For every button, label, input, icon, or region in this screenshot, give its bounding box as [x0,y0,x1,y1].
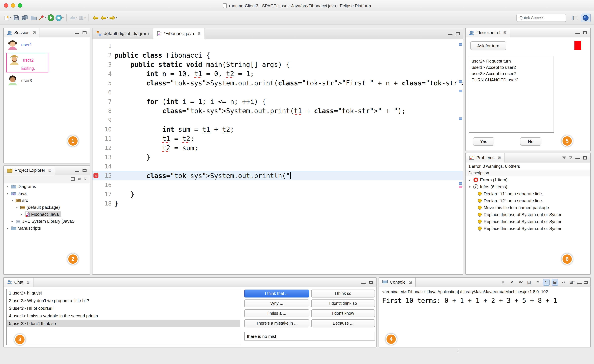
chat-message[interactable]: 1 user2> hi guys! [7,289,240,297]
tree-item-manuscripts[interactable]: ▸ Manuscripts [4,225,90,232]
remove-all-launches-icon[interactable]: ×× [517,279,524,286]
session-view-tab[interactable]: Session ⊠ [4,28,40,37]
code-line[interactable]: 14 [93,162,463,171]
tree-item-diagrams[interactable]: ▸ Diagrams [4,183,90,190]
back-button[interactable]: ▾ [100,13,108,22]
console-output[interactable]: First 10 terms: 0 + 1 + 1 + 2 + 3 + 5 + … [379,294,590,305]
code-line[interactable]: 12 t2 = sum; [93,143,463,153]
clear-console-icon[interactable]: ▤ [526,279,532,286]
overview-marker[interactable] [459,182,462,185]
chat-message-selected[interactable]: 5 user2> I dont't think so [7,320,240,327]
filter-icon[interactable] [562,156,566,159]
new-wizard-button[interactable]: ▾ [4,13,12,22]
chat-message[interactable]: 2 user2> Why don't we progam a little bi… [7,297,240,305]
code-line[interactable]: 6 [93,88,463,97]
code-line-current[interactable]: ✕ 15 class="tok-sys">System.out.println(… [93,171,463,180]
maximize-view-icon[interactable] [82,31,87,34]
problem-item[interactable]: Replace this use of System.out or Syster [466,218,590,225]
quick-reply-i-dont-think-so[interactable]: I dont't think so [311,299,375,307]
problem-item[interactable]: Declare "t1" on a separate line. [466,190,590,197]
annotate-brush-button[interactable]: ▾ [38,13,46,22]
maximize-view-icon[interactable] [583,31,587,34]
quick-access-input[interactable] [516,14,566,22]
chat-message-list[interactable]: 1 user2> hi guys! 2 user2> Why don't we … [6,289,240,345]
code-line[interactable]: 13 } [93,153,463,162]
problems-view-tab[interactable]: Problems ⊠ [466,153,505,162]
infos-group-row[interactable]: ▾ i Infos (6 items) [466,183,590,190]
overview-marker[interactable] [459,43,462,46]
splitter-handle[interactable]: ⋮ [455,348,461,354]
minimize-view-icon[interactable] [577,281,582,284]
description-column-header[interactable]: Description [466,170,590,176]
quick-reply-because[interactable]: Because ... [311,319,375,327]
problem-item[interactable]: Declare "t2" on a separate line. [466,197,590,204]
link-with-editor-icon[interactable]: ⇄ [78,177,81,181]
close-view-icon[interactable]: ⊠ [503,30,507,35]
quick-reply-i-dont-know[interactable]: I don't know [311,309,375,317]
close-view-icon[interactable]: ⊠ [26,280,30,284]
code-line[interactable]: 18} [93,199,463,208]
open-console-icon[interactable]: ⊞▾ [569,279,575,286]
code-line[interactable]: 2public class Fibonacci { [93,51,463,60]
java-perspective-button[interactable] [581,13,591,22]
error-marker-icon[interactable]: ✕ [94,173,98,178]
quick-reply-i-think-that[interactable]: I think that ... [244,290,309,298]
code-line[interactable]: 16 [93,180,463,190]
editor-tab-diagram[interactable]: default.digital_diagram [93,28,153,39]
selected-tree-item[interactable]: J Fibonacci.java [25,211,61,217]
quick-reply-i-think-so[interactable]: I think so [311,290,375,298]
code-line[interactable]: 10 int sum = t1 + t2; [93,125,463,134]
code-line[interactable]: 4 int n = 10, t1 = 0, t2 = 1; [93,69,463,78]
close-view-icon[interactable]: ⊠ [48,168,52,173]
code-editor[interactable]: 1 2public class Fibonacci { 3 public sta… [93,39,463,273]
tree-item-default-package[interactable]: ▾ (default package) [4,204,90,211]
quick-reply-i-miss-a[interactable]: I miss a ... [244,309,309,317]
code-line[interactable]: 5 class="tok-sys">System.out.print(class… [93,78,463,88]
minimize-view-icon[interactable] [75,169,79,172]
floor-control-view-tab[interactable]: Floor control ⊠ [466,28,510,37]
view-menu-icon[interactable]: ▽ [84,177,87,181]
run-button[interactable] [47,13,55,22]
errors-group-row[interactable]: ▸ Errors (1 item) [466,176,590,183]
session-user-row[interactable]: user1 [4,37,90,52]
remove-launch-icon[interactable]: × [508,279,515,286]
save-button[interactable] [12,13,20,22]
code-line[interactable]: 1 [93,41,463,51]
code-line[interactable]: 7 for (int i = 1; i <= n; ++i) { [93,97,463,106]
close-view-icon[interactable]: ⊠ [409,280,412,284]
editor-tab-fibonacci[interactable]: J *Fibonacci.java ⊠ [153,28,205,39]
maximize-view-icon[interactable] [369,280,373,284]
minimize-view-icon[interactable] [575,156,580,159]
tree-item-fibonacci-java[interactable]: ▸ J Fibonacci.java [4,211,90,218]
code-line[interactable]: 9 [93,116,463,125]
problem-item[interactable]: Replace this use of System.out or Syster [466,211,590,218]
minimize-view-icon[interactable] [575,31,580,34]
overview-marker-error[interactable] [459,186,462,188]
tree-item-src[interactable]: ▾ src [4,197,90,204]
ask-for-turn-button[interactable]: Ask for turn [470,41,506,50]
chat-message[interactable]: 4 user1> I miss a variable in the second… [7,312,240,320]
chat-view-tab[interactable]: Chat ⊠ [4,278,33,287]
scroll-lock-icon[interactable]: ≡ [534,279,541,286]
open-perspective-button[interactable] [569,13,580,22]
collapse-all-icon[interactable]: − [71,177,75,181]
floor-log-list[interactable]: user2> Request turn user1> Accept to use… [469,56,554,133]
minimize-view-icon[interactable] [361,281,366,284]
editing-user-box[interactable]: user2 Editing. [6,53,48,72]
chat-message[interactable]: 3 user3> Hi! of course!! [7,305,240,312]
quick-reply-theres-a-mistake[interactable]: There's a mistake in ... [244,319,309,327]
tree-item-java-project[interactable]: ▾ J Java [4,190,90,197]
code-line[interactable]: 17 } [93,190,463,199]
save-all-button[interactable] [21,13,29,22]
session-user-row[interactable]: user3 [4,73,90,88]
show-on-output-icon[interactable]: ▣ [552,279,558,286]
no-button[interactable]: No [520,137,541,146]
analysis-button[interactable]: ▾ [55,13,64,22]
code-line[interactable]: 3 public static void main(String[] args)… [93,60,463,69]
maximize-view-icon[interactable] [82,169,87,172]
project-explorer-view-tab[interactable]: Project Explorer ⊠ [4,166,55,175]
maximize-view-icon[interactable] [456,32,460,35]
maximize-view-icon[interactable] [584,280,588,284]
forward-button[interactable]: ▾ [109,13,117,22]
minimize-view-icon[interactable] [448,32,452,35]
